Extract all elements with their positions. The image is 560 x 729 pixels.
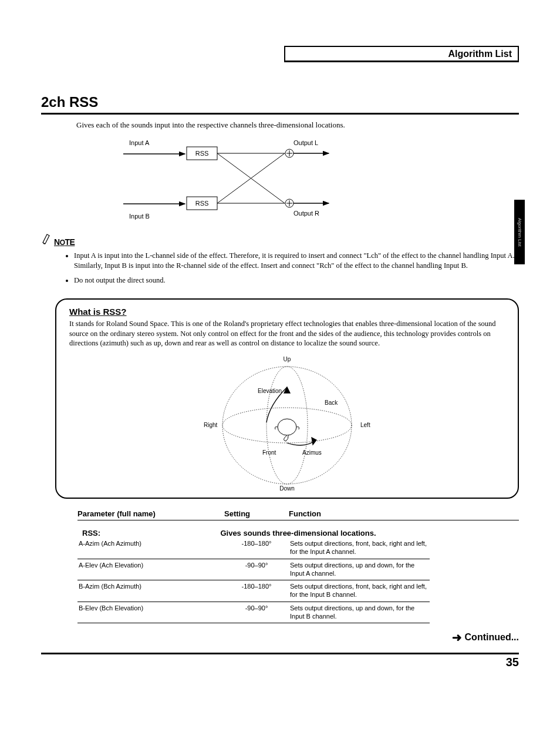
- note-list: Input A is input into the L-channel side…: [65, 251, 519, 285]
- callout-heading: What is RSS?: [69, 307, 505, 317]
- callout-body: It stands for Roland Sound Space. This i…: [69, 319, 505, 349]
- sphere-front-label: Front: [262, 449, 276, 456]
- continued-indicator: ➜ Continued...: [41, 630, 519, 644]
- cell-func: Sets output directions, front, back, rig…: [289, 537, 430, 559]
- table-row: A-Azim (Ach Azimuth) -180–180° Sets outp…: [77, 537, 430, 559]
- sphere-up-label: Up: [284, 356, 291, 362]
- cell-func: Sets output directions, up and down, for…: [289, 602, 430, 623]
- cell-setting: -90–90°: [224, 559, 289, 580]
- page-number: 35: [41, 656, 519, 669]
- note-icon: NOTE: [41, 236, 519, 248]
- cell-func: Sets output directions, front, back, rig…: [289, 580, 430, 602]
- note-item: Do not output the direct sound.: [74, 276, 519, 285]
- cell-param: B-Azim (Bch Azimuth): [77, 580, 224, 602]
- cell-param: A-Azim (Ach Azimuth): [77, 537, 224, 559]
- header-param: Parameter (full name): [77, 509, 224, 518]
- footer-rule: [41, 653, 519, 654]
- flow-rss-box-1: RSS: [195, 150, 209, 157]
- sphere-right-label: Right: [204, 422, 218, 428]
- cell-setting: -180–180°: [224, 580, 289, 602]
- table-row: A-Elev (Ach Elevation) -90–90° Sets outp…: [77, 559, 430, 580]
- cell-func: Sets output directions, up and down, for…: [289, 559, 430, 580]
- header-title: Algorithm List: [448, 49, 512, 59]
- table-row: B-Elev (Bch Elevation) -90–90° Sets outp…: [77, 602, 430, 623]
- svg-marker-20: [284, 387, 290, 393]
- cell-param: A-Elev (Ach Elevation): [77, 559, 224, 580]
- flow-output-l-label: Output L: [294, 139, 318, 146]
- header-setting: Setting: [224, 509, 289, 518]
- pencil-icon: [41, 232, 53, 245]
- sphere-azim-label: Azimus: [302, 449, 322, 456]
- cell-setting: -180–180°: [224, 537, 289, 559]
- flow-input-a-label: Input A: [129, 139, 150, 146]
- header-func: Function: [289, 509, 519, 518]
- side-tab: Algorithm List: [514, 200, 525, 264]
- sphere-diagram: Up Down Left Right Front Back Elevation …: [199, 352, 375, 493]
- section-desc: Gives sounds three-dimensional locations…: [77, 529, 519, 537]
- signal-flow-diagram: Input A RSS Input B RSS Output L Output …: [117, 133, 364, 227]
- note-label: NOTE: [54, 237, 75, 247]
- sphere-back-label: Back: [325, 399, 338, 406]
- page-title: 2ch RSS: [41, 94, 519, 110]
- svg-marker-21: [312, 438, 316, 445]
- cell-setting: -90–90°: [224, 602, 289, 623]
- cell-param: B-Elev (Bch Elevation): [77, 602, 224, 623]
- flow-rss-box-2: RSS: [195, 200, 209, 207]
- svg-point-19: [278, 419, 296, 435]
- sphere-left-label: Left: [360, 422, 370, 428]
- flow-output-r-label: Output R: [294, 210, 319, 217]
- sphere-elev-label: Elevation: [258, 388, 282, 394]
- what-is-rss-box: What is RSS? It stands for Roland Sound …: [55, 298, 519, 499]
- continued-label: Continued...: [465, 632, 519, 642]
- intro-text: Gives each of the sounds input into the …: [76, 120, 519, 130]
- note-item: Input A is input into the L-channel side…: [74, 251, 519, 271]
- flow-input-b-label: Input B: [129, 213, 150, 220]
- sphere-down-label: Down: [279, 485, 295, 492]
- param-table: A-Azim (Ach Azimuth) -180–180° Sets outp…: [77, 537, 430, 623]
- title-rule: [41, 113, 519, 115]
- table-row: B-Azim (Bch Azimuth) -180–180° Sets outp…: [77, 580, 430, 602]
- param-table-header: Parameter (full name) Setting Function: [77, 509, 519, 520]
- header-box: Algorithm List: [284, 46, 519, 62]
- arrow-right-icon: ➜: [452, 631, 462, 644]
